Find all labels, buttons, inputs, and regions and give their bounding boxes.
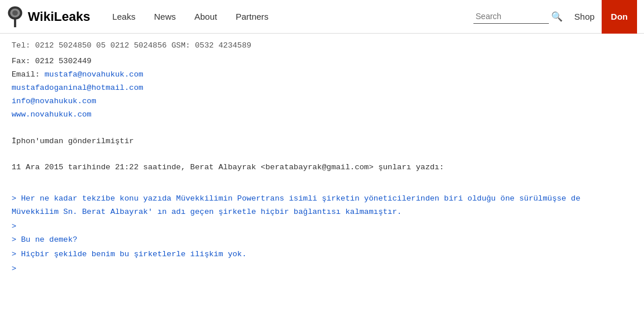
shop-link[interactable]: Shop (574, 12, 595, 21)
quote-line-1: > Her ne kadar tekzibe konu yazıda Müvek… (12, 192, 627, 219)
email2-line: mustafadoganinal@hotmail.com (12, 82, 627, 95)
sent-from-line: İphon'umdan gönderilmiştir (12, 135, 627, 148)
content-area: Tel: 0212 5024850 05 0212 5024856 GSM: 0… (0, 34, 638, 288)
email2-link[interactable]: mustafadoganinal@hotmail.com (12, 83, 143, 92)
quote-arrow-1: > (12, 220, 627, 234)
nav-leaks[interactable]: Leaks (104, 7, 143, 26)
quote-line-3: > Hiçbir şekilde benim bu şirketlerle il… (12, 248, 627, 261)
top-line: Tel: 0212 5024850 05 0212 5024856 GSM: 0… (12, 39, 627, 53)
nav-news[interactable]: News (146, 7, 184, 26)
logo-text: WikiLeaks (28, 9, 90, 24)
email1-link[interactable]: mustafa@novahukuk.com (45, 70, 143, 79)
search-area: 🔍 (473, 9, 565, 24)
reply-header-line: 11 Ara 2015 tarihinde 21:22 saatinde, Be… (12, 161, 627, 174)
donate-button[interactable]: Don (602, 0, 637, 34)
search-input[interactable] (473, 9, 549, 24)
email1-line: Email: mustafa@novahukuk.com (12, 68, 627, 82)
svg-rect-3 (14, 18, 16, 27)
website-link[interactable]: www.novahukuk.com (12, 110, 92, 119)
main-nav: Leaks News About Partners (104, 7, 473, 26)
quote-arrow-2: > (12, 263, 627, 276)
nav-about[interactable]: About (186, 7, 225, 26)
email3-link[interactable]: info@novahukuk.com (12, 97, 96, 106)
fax-line: Fax: 0212 5302449 (12, 55, 627, 68)
website-line: www.novahukuk.com (12, 108, 627, 122)
search-button[interactable]: 🔍 (549, 9, 565, 24)
email3-line: info@novahukuk.com (12, 95, 627, 108)
quote-block: > Her ne kadar tekzibe konu yazıda Müvek… (12, 192, 627, 276)
svg-point-2 (12, 10, 17, 16)
nav-partners[interactable]: Partners (227, 7, 277, 26)
header: WikiLeaks Leaks News About Partners 🔍 Sh… (0, 0, 644, 34)
quote-line-2: > Bu ne demek? (12, 234, 627, 247)
email-body: Tel: 0212 5024850 05 0212 5024856 GSM: 0… (12, 39, 627, 276)
wikileaks-logo-icon (7, 6, 23, 27)
logo-link[interactable]: WikiLeaks (7, 6, 90, 27)
